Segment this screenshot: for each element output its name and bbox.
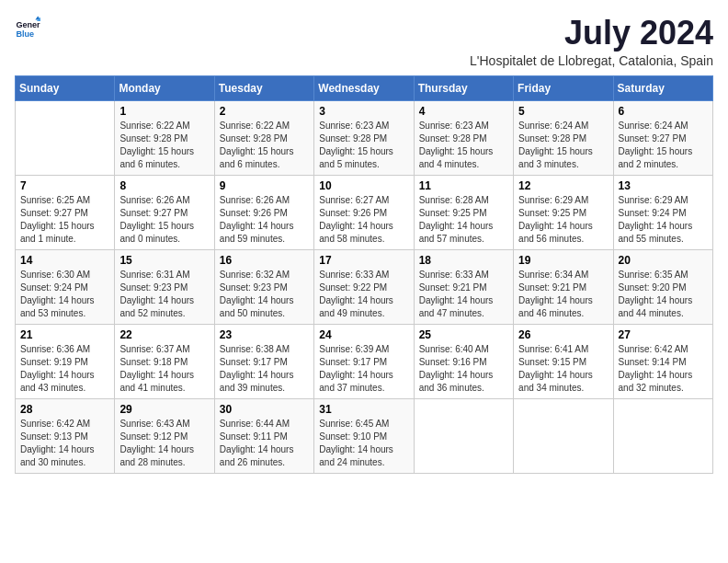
calendar-week-5: 28Sunrise: 6:42 AMSunset: 9:13 PMDayligh… [16, 398, 713, 473]
month-year-title: July 2024 [470, 15, 713, 52]
day-number: 9 [220, 179, 309, 192]
calendar-cell: 14Sunrise: 6:30 AMSunset: 9:24 PMDayligh… [16, 249, 115, 324]
day-info: Sunrise: 6:27 AMSunset: 9:26 PMDaylight:… [319, 194, 408, 246]
day-number: 29 [119, 403, 209, 416]
svg-text:Blue: Blue [16, 29, 34, 39]
calendar-cell: 3Sunrise: 6:23 AMSunset: 9:28 PMDaylight… [314, 100, 414, 175]
day-number: 22 [119, 328, 209, 341]
day-info: Sunrise: 6:24 AMSunset: 9:27 PMDaylight:… [619, 120, 708, 171]
day-number: 13 [619, 179, 708, 192]
day-info: Sunrise: 6:29 AMSunset: 9:25 PMDaylight:… [518, 194, 608, 246]
location-subtitle: L'Hospitalet de Llobregat, Catalonia, Sp… [470, 53, 713, 68]
day-info: Sunrise: 6:33 AMSunset: 9:22 PMDaylight:… [319, 269, 408, 320]
day-number: 28 [20, 403, 109, 416]
day-number: 26 [518, 328, 608, 341]
calendar-cell: 28Sunrise: 6:42 AMSunset: 9:13 PMDayligh… [16, 398, 115, 473]
day-info: Sunrise: 6:29 AMSunset: 9:24 PMDaylight:… [619, 194, 708, 246]
day-info: Sunrise: 6:38 AMSunset: 9:17 PMDaylight:… [220, 343, 309, 395]
day-number: 11 [419, 179, 508, 192]
day-info: Sunrise: 6:34 AMSunset: 9:21 PMDaylight:… [518, 269, 608, 320]
day-info: Sunrise: 6:23 AMSunset: 9:28 PMDaylight:… [419, 120, 508, 171]
calendar-cell: 17Sunrise: 6:33 AMSunset: 9:22 PMDayligh… [314, 249, 414, 324]
svg-text:General: General [16, 20, 40, 29]
weekday-header-row: SundayMondayTuesdayWednesdayThursdayFrid… [16, 75, 713, 100]
calendar-week-4: 21Sunrise: 6:36 AMSunset: 9:19 PMDayligh… [16, 324, 713, 398]
day-number: 18 [419, 254, 508, 267]
day-info: Sunrise: 6:26 AMSunset: 9:27 PMDaylight:… [119, 194, 209, 246]
weekday-header-thursday: Thursday [414, 75, 513, 100]
day-info: Sunrise: 6:39 AMSunset: 9:17 PMDaylight:… [319, 343, 408, 395]
calendar-week-3: 14Sunrise: 6:30 AMSunset: 9:24 PMDayligh… [16, 249, 713, 324]
page-header: General Blue General Blue July 2024 L'Ho… [15, 15, 713, 68]
day-number: 10 [319, 179, 408, 192]
day-info: Sunrise: 6:26 AMSunset: 9:26 PMDaylight:… [220, 194, 309, 246]
day-info: Sunrise: 6:33 AMSunset: 9:21 PMDaylight:… [419, 269, 508, 320]
day-info: Sunrise: 6:36 AMSunset: 9:19 PMDaylight:… [20, 343, 109, 395]
calendar-cell: 1Sunrise: 6:22 AMSunset: 9:28 PMDaylight… [115, 100, 214, 175]
day-info: Sunrise: 6:37 AMSunset: 9:18 PMDaylight:… [119, 343, 209, 395]
day-number: 15 [119, 254, 209, 267]
calendar-cell: 27Sunrise: 6:42 AMSunset: 9:14 PMDayligh… [613, 324, 712, 398]
day-info: Sunrise: 6:28 AMSunset: 9:25 PMDaylight:… [419, 194, 508, 246]
day-info: Sunrise: 6:32 AMSunset: 9:23 PMDaylight:… [220, 269, 309, 320]
calendar-cell: 21Sunrise: 6:36 AMSunset: 9:19 PMDayligh… [16, 324, 115, 398]
day-info: Sunrise: 6:41 AMSunset: 9:15 PMDaylight:… [518, 343, 608, 395]
day-number: 7 [20, 179, 109, 192]
day-number: 16 [220, 254, 309, 267]
calendar-cell [414, 398, 513, 473]
calendar-cell: 7Sunrise: 6:25 AMSunset: 9:27 PMDaylight… [16, 175, 115, 249]
day-number: 12 [518, 179, 608, 192]
weekday-header-friday: Friday [514, 75, 613, 100]
day-number: 24 [319, 328, 408, 341]
calendar-cell: 5Sunrise: 6:24 AMSunset: 9:28 PMDaylight… [514, 100, 613, 175]
day-number: 6 [619, 105, 708, 118]
weekday-header-tuesday: Tuesday [214, 75, 313, 100]
day-info: Sunrise: 6:24 AMSunset: 9:28 PMDaylight:… [518, 120, 608, 171]
day-number: 31 [319, 403, 408, 416]
calendar-cell: 15Sunrise: 6:31 AMSunset: 9:23 PMDayligh… [115, 249, 214, 324]
day-info: Sunrise: 6:44 AMSunset: 9:11 PMDaylight:… [220, 418, 309, 469]
day-number: 8 [119, 179, 209, 192]
calendar-week-1: 1Sunrise: 6:22 AMSunset: 9:28 PMDaylight… [16, 100, 713, 175]
weekday-header-wednesday: Wednesday [314, 75, 414, 100]
calendar-body: 1Sunrise: 6:22 AMSunset: 9:28 PMDaylight… [16, 100, 713, 473]
day-info: Sunrise: 6:31 AMSunset: 9:23 PMDaylight:… [119, 269, 209, 320]
day-info: Sunrise: 6:25 AMSunset: 9:27 PMDaylight:… [20, 194, 109, 246]
title-block: July 2024 L'Hospitalet de Llobregat, Cat… [470, 15, 713, 68]
calendar-cell: 26Sunrise: 6:41 AMSunset: 9:15 PMDayligh… [514, 324, 613, 398]
calendar-cell: 11Sunrise: 6:28 AMSunset: 9:25 PMDayligh… [414, 175, 513, 249]
calendar-week-2: 7Sunrise: 6:25 AMSunset: 9:27 PMDaylight… [16, 175, 713, 249]
calendar-cell [514, 398, 613, 473]
day-info: Sunrise: 6:30 AMSunset: 9:24 PMDaylight:… [20, 269, 109, 320]
calendar-cell [613, 398, 712, 473]
calendar-cell: 18Sunrise: 6:33 AMSunset: 9:21 PMDayligh… [414, 249, 513, 324]
logo: General Blue General Blue [15, 15, 40, 40]
day-number: 19 [518, 254, 608, 267]
day-number: 20 [619, 254, 708, 267]
day-info: Sunrise: 6:22 AMSunset: 9:28 PMDaylight:… [220, 120, 309, 171]
weekday-header-sunday: Sunday [16, 75, 115, 100]
calendar-cell: 6Sunrise: 6:24 AMSunset: 9:27 PMDaylight… [613, 100, 712, 175]
day-info: Sunrise: 6:22 AMSunset: 9:28 PMDaylight:… [119, 120, 209, 171]
day-number: 5 [518, 105, 608, 118]
calendar-cell: 9Sunrise: 6:26 AMSunset: 9:26 PMDaylight… [214, 175, 313, 249]
calendar-cell: 10Sunrise: 6:27 AMSunset: 9:26 PMDayligh… [314, 175, 414, 249]
calendar-cell: 25Sunrise: 6:40 AMSunset: 9:16 PMDayligh… [414, 324, 513, 398]
day-info: Sunrise: 6:45 AMSunset: 9:10 PMDaylight:… [319, 418, 408, 469]
calendar-cell: 19Sunrise: 6:34 AMSunset: 9:21 PMDayligh… [514, 249, 613, 324]
calendar-cell [16, 100, 115, 175]
day-number: 2 [220, 105, 309, 118]
calendar-cell: 23Sunrise: 6:38 AMSunset: 9:17 PMDayligh… [214, 324, 313, 398]
weekday-header-saturday: Saturday [613, 75, 712, 100]
day-number: 14 [20, 254, 109, 267]
day-info: Sunrise: 6:40 AMSunset: 9:16 PMDaylight:… [419, 343, 508, 395]
calendar-cell: 16Sunrise: 6:32 AMSunset: 9:23 PMDayligh… [214, 249, 313, 324]
calendar-header: SundayMondayTuesdayWednesdayThursdayFrid… [16, 75, 713, 100]
day-info: Sunrise: 6:42 AMSunset: 9:13 PMDaylight:… [20, 418, 109, 469]
calendar-cell: 12Sunrise: 6:29 AMSunset: 9:25 PMDayligh… [514, 175, 613, 249]
day-info: Sunrise: 6:43 AMSunset: 9:12 PMDaylight:… [119, 418, 209, 469]
calendar-cell: 24Sunrise: 6:39 AMSunset: 9:17 PMDayligh… [314, 324, 414, 398]
calendar-cell: 2Sunrise: 6:22 AMSunset: 9:28 PMDaylight… [214, 100, 313, 175]
calendar-cell: 29Sunrise: 6:43 AMSunset: 9:12 PMDayligh… [115, 398, 214, 473]
calendar-cell: 8Sunrise: 6:26 AMSunset: 9:27 PMDaylight… [115, 175, 214, 249]
